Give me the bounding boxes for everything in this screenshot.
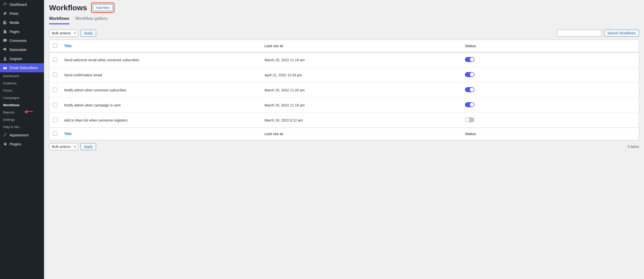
nav-label: Email Subscribers — [10, 66, 38, 70]
nav-label: Plugins — [10, 142, 21, 146]
row-date: March 25, 2022 11:19 am — [261, 52, 462, 67]
table-row: Send welcome email when someone subscrib… — [49, 52, 639, 67]
nav-icegram[interactable]: Icegram — [0, 54, 44, 63]
row-title[interactable]: Notify admin when campaign is sent — [61, 97, 261, 113]
cloud-icon — [3, 47, 8, 52]
row-checkbox[interactable] — [53, 118, 57, 122]
sub-audience[interactable]: Audience — [0, 80, 44, 87]
col-last-ran: Last ran at — [261, 40, 462, 52]
col-status: Status — [461, 40, 639, 52]
nav-label: Icegram — [10, 57, 22, 61]
tabs: Workflows Workflow gallery — [49, 15, 639, 25]
nav-rainmaker[interactable]: Rainmaker — [0, 45, 44, 54]
row-checkbox[interactable] — [53, 58, 57, 62]
row-checkbox[interactable] — [53, 103, 57, 107]
row-date: March 25, 2022 11:19 am — [261, 97, 462, 113]
nav-pages[interactable]: Pages — [0, 27, 44, 36]
sub-dashboard[interactable]: Dashboard — [0, 72, 44, 80]
media-icon — [3, 20, 8, 25]
col-status-foot: Status — [461, 128, 639, 140]
bulk-actions-select-bottom[interactable]: Bulk actions — [49, 143, 78, 150]
status-toggle[interactable] — [465, 72, 474, 77]
bulk-actions-select[interactable]: Bulk actions — [49, 30, 78, 37]
nav-label: Media — [10, 21, 19, 25]
gauge-icon — [3, 2, 8, 7]
search-input[interactable] — [557, 30, 601, 37]
plug-icon — [3, 142, 8, 147]
row-title[interactable]: Send welcome email when someone subscrib… — [61, 52, 261, 67]
brush-icon — [3, 133, 8, 138]
nav-dashboard[interactable]: Dashboard — [0, 0, 44, 9]
nav-media[interactable]: Media — [0, 18, 44, 27]
sub-workflows[interactable]: Workflows — [0, 101, 44, 109]
select-all-checkbox-bottom[interactable] — [53, 131, 57, 136]
sub-forms[interactable]: Forms — [0, 87, 44, 94]
page-title: Workflows — [49, 4, 87, 12]
status-toggle[interactable] — [465, 102, 474, 107]
nav-label: Posts — [10, 12, 18, 16]
status-toggle[interactable] — [465, 117, 474, 122]
nav-comments[interactable]: Comments — [0, 36, 44, 45]
items-count: 5 items — [628, 145, 639, 149]
search-button[interactable]: Search Workflows — [604, 30, 639, 37]
row-checkbox[interactable] — [53, 88, 57, 92]
sub-settings[interactable]: Settings — [0, 116, 44, 123]
main-content: Workflows Add New Workflows Workflow gal… — [44, 0, 644, 279]
submenu: Dashboard Audience Forms Campaigns Workf… — [0, 72, 44, 131]
nav-label: Rainmaker — [10, 48, 27, 52]
arrow-annotation-icon: ◀━━ — [24, 109, 33, 114]
tab-gallery[interactable]: Workflow gallery — [75, 15, 108, 24]
status-toggle[interactable] — [465, 87, 474, 92]
nav-label: Appearance — [10, 133, 29, 137]
pin-icon — [3, 11, 8, 16]
sub-help[interactable]: Help & Info — [0, 123, 44, 131]
nav-plugins[interactable]: Plugins — [0, 140, 44, 149]
svg-point-0 — [4, 57, 6, 59]
user-icon — [3, 56, 8, 61]
add-new-button[interactable]: Add New — [93, 4, 113, 11]
sub-campaigns[interactable]: Campaigns — [0, 94, 44, 101]
status-toggle[interactable] — [465, 57, 474, 62]
table-row: Add to Main list when someone registers … — [49, 113, 639, 128]
nav-posts[interactable]: Posts — [0, 9, 44, 18]
tab-workflows[interactable]: Workflows — [49, 15, 69, 24]
nav-label: Comments — [10, 39, 27, 43]
sub-reports[interactable]: Reports — [0, 109, 44, 116]
apply-button-bottom[interactable]: Apply — [80, 143, 96, 150]
comment-icon — [3, 38, 8, 43]
nav-label: Dashboard — [10, 3, 27, 7]
workflows-table: Title Last ran at Status Send welcome em… — [49, 40, 639, 140]
page-icon — [3, 29, 8, 34]
table-row: Notify admin when campaign is sent March… — [49, 97, 639, 113]
nav-appearance[interactable]: Appearance — [0, 131, 44, 140]
col-last-ran-foot: Last ran at — [261, 128, 462, 140]
col-title[interactable]: Title — [61, 40, 261, 52]
row-checkbox[interactable] — [53, 73, 57, 77]
admin-sidebar: Dashboard Posts Media Pages Comments Rai… — [0, 0, 44, 279]
row-date: March 25, 2022 11:20 am — [261, 82, 462, 97]
row-title[interactable]: Send confirmation email — [61, 67, 261, 82]
mail-icon — [3, 65, 8, 70]
table-row: Notify admin when someone subscribes Mar… — [49, 82, 639, 97]
col-title-foot[interactable]: Title — [61, 128, 261, 140]
row-date: April 21, 2022 12:33 pm — [261, 67, 462, 82]
table-row: Send confirmation email April 21, 2022 1… — [49, 67, 639, 82]
nav-email-subscribers[interactable]: Email Subscribers — [0, 63, 44, 72]
row-title[interactable]: Notify admin when someone subscribes — [61, 82, 261, 97]
select-all-checkbox[interactable] — [53, 43, 57, 48]
highlight-annotation: Add New — [91, 3, 114, 13]
nav-label: Pages — [10, 30, 20, 34]
row-date: March 24, 2022 8:12 am — [261, 113, 462, 128]
row-title[interactable]: Add to Main list when someone registers — [61, 113, 261, 128]
apply-button-top[interactable]: Apply — [80, 30, 96, 37]
